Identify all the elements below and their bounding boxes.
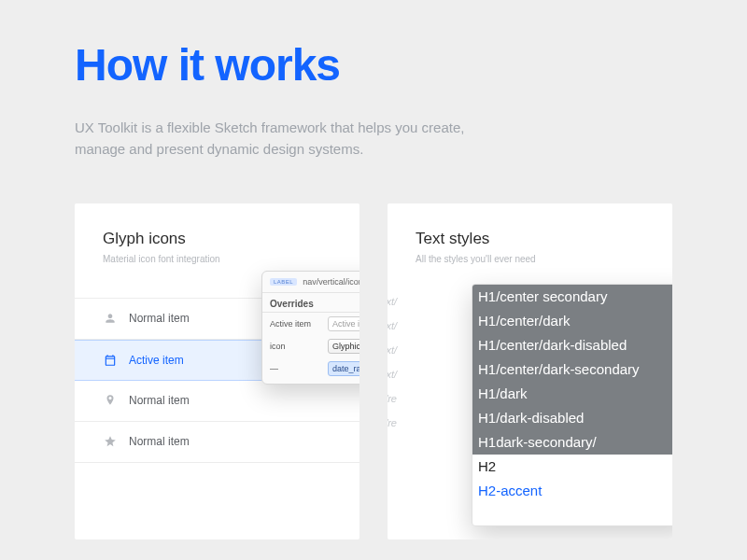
card-title: Glyph icons (75, 230, 359, 248)
overrides-section-title: Overrides (262, 293, 359, 313)
nav-item-label: Active item (129, 354, 184, 367)
ghost-label: text/ (388, 314, 397, 338)
text-style-option[interactable]: H1/dark-disabled (472, 406, 672, 430)
override-value-input[interactable]: date_range (328, 361, 359, 376)
card-title: Text styles (388, 230, 672, 248)
ghost-label: text/ (388, 338, 397, 362)
text-style-option[interactable]: H1/center/dark-disabled (472, 333, 672, 357)
override-label: — (270, 364, 322, 373)
calendar-icon (103, 353, 118, 368)
text-style-option[interactable]: H2 (472, 455, 672, 479)
ghost-label: text/re (388, 411, 397, 435)
person-icon (103, 311, 118, 326)
override-label: icon (270, 342, 322, 351)
star-icon (103, 434, 118, 449)
ghost-label: text/ (388, 289, 397, 314)
text-style-option[interactable]: H2-accent (472, 479, 672, 503)
ghost-label: text/ (388, 362, 397, 386)
ghost-label: text/re (388, 386, 397, 411)
nav-item-label: Normal item (129, 435, 190, 448)
override-text-input[interactable]: Active item (328, 316, 359, 331)
text-style-option[interactable]: H1/dark (472, 382, 672, 406)
text-style-option[interactable]: H1/center secondary (472, 285, 672, 309)
override-tag: LABEL (270, 278, 297, 286)
text-style-option[interactable]: H1dark-secondary/ (472, 430, 672, 455)
ghost-label-column: text/text/text/text/text/retext/re (388, 289, 397, 435)
override-breadcrumb: nav/vertical/icon label/active (303, 277, 359, 287)
text-styles-card: Text styles All the styles you'll ever n… (388, 203, 672, 539)
page-title: How it works (75, 39, 672, 91)
text-style-option[interactable]: H1/center/dark-secondary (472, 357, 672, 382)
text-style-option[interactable]: H1/center/dark (472, 309, 672, 333)
text-style-dropdown[interactable]: H1/center secondaryH1/center/darkH1/cent… (472, 284, 672, 526)
card-subtitle: Material icon font integration (75, 254, 359, 264)
pin-icon (103, 393, 118, 408)
nav-item-label: Normal item (129, 394, 190, 407)
override-label: Active item (270, 319, 322, 329)
page-subtitle: UX Toolkit is a flexible Sketch framewor… (75, 117, 514, 161)
card-subtitle: All the styles you'll ever need (388, 254, 672, 264)
nav-item[interactable]: Normal item (75, 422, 359, 463)
nav-item-label: Normal item (129, 312, 190, 325)
glyph-icons-card: Glyph icons Material icon font integrati… (75, 203, 359, 539)
overrides-header[interactable]: LABEL nav/vertical/icon label/active ▴▾ (262, 272, 359, 293)
overrides-panel: LABEL nav/vertical/icon label/active ▴▾ … (261, 271, 359, 385)
select-value: Glyphicon/primary M (332, 342, 359, 351)
override-icon-select[interactable]: Glyphicon/primary M (328, 339, 359, 354)
nav-item[interactable]: Normal item (75, 381, 359, 422)
